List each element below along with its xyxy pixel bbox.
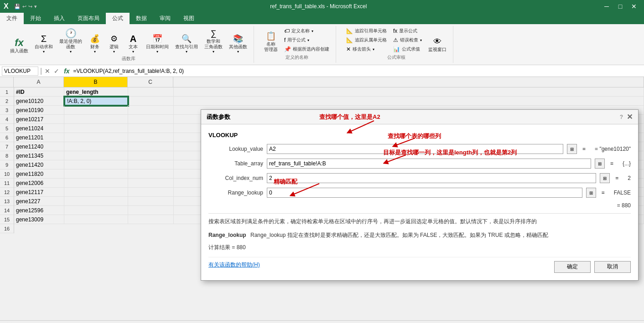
cell-b8[interactable] <box>64 151 128 160</box>
cell-a6[interactable]: gene11201 <box>14 133 64 142</box>
cell-a11[interactable]: gene12006 <box>14 179 64 188</box>
tab-charu[interactable]: 插入 <box>47 13 71 24</box>
cell-b4[interactable] <box>64 115 128 124</box>
finance-btn[interactable]: 💰 财务 ▾ <box>87 32 103 55</box>
row-num-16[interactable]: 16 <box>0 224 14 233</box>
grid-btn-table-array[interactable]: ⊞ <box>595 159 605 169</box>
autosum-btn[interactable]: Σ 自动求和 ▾ <box>33 32 55 55</box>
input-table-array[interactable]: ref_trans_full_table!A:B <box>267 159 591 169</box>
quick-access-redo[interactable]: ↪ <box>28 4 32 10</box>
row-num-15[interactable]: 15 <box>0 215 14 224</box>
row-num-3[interactable]: 3 <box>0 106 14 115</box>
input-col-index[interactable]: 2 <box>267 173 596 183</box>
fx-label[interactable]: fx <box>62 67 71 75</box>
cell-a1[interactable]: #ID <box>14 87 64 97</box>
row-num-5[interactable]: 5 <box>0 124 14 133</box>
cell-b13[interactable] <box>64 197 128 206</box>
quick-access-save[interactable]: 💾 <box>14 4 21 10</box>
col-header-a[interactable]: A <box>14 77 64 87</box>
cell-c1[interactable] <box>128 87 174 97</box>
row-num-1[interactable]: 1 <box>0 87 14 97</box>
cell-c6[interactable] <box>128 133 174 142</box>
insert-function-btn[interactable]: fx 插入函数 <box>8 36 30 55</box>
row-num-13[interactable]: 13 <box>0 197 14 206</box>
input-lookup-value[interactable]: A2 <box>267 144 563 154</box>
cell-c12[interactable] <box>128 188 174 197</box>
watch-window-btn[interactable]: 👁 监视窗口 <box>426 35 448 53</box>
datetime-btn[interactable]: 📅 日期和时间 ▾ <box>144 32 171 55</box>
use-in-formula-btn[interactable]: f 用于公式 ▾ <box>282 36 331 44</box>
remove-arrows-btn[interactable]: ✕ 移去箭头 ▾ <box>344 45 389 53</box>
row-num-9[interactable]: 9 <box>0 160 14 169</box>
cell-a2[interactable]: gene10120 <box>14 97 64 106</box>
cell-b12[interactable] <box>64 188 128 197</box>
lookup-btn[interactable]: 🔍 查找与引用 ▾ <box>173 32 200 55</box>
cell-c9[interactable] <box>128 160 174 169</box>
cancel-button[interactable]: 取消 <box>594 261 631 273</box>
create-from-selection-btn[interactable]: 📌 根据所选内容创建 <box>282 45 331 53</box>
input-range-lookup[interactable]: 0 <box>267 188 582 198</box>
trace-dependents-btn[interactable]: 📐 追踪从属单元格 <box>344 36 389 44</box>
help-link[interactable]: 有关该函数的帮助(H) <box>208 261 260 273</box>
cell-c14[interactable] <box>128 206 174 215</box>
cell-b2[interactable]: !A:B, 2, 0) <box>64 97 128 106</box>
define-name-btn[interactable]: 🏷 定义名称 ▾ <box>282 27 331 35</box>
cell-c15[interactable] <box>128 215 174 224</box>
confirm-icon[interactable]: ✓ <box>53 67 60 75</box>
row-num-2[interactable]: 2 <box>0 97 14 106</box>
cell-a5[interactable]: gene11024 <box>14 124 64 133</box>
cell-c11[interactable] <box>128 179 174 188</box>
grid-btn-lookup-value[interactable]: ⊞ <box>567 144 577 154</box>
cell-c3[interactable] <box>128 106 174 115</box>
cell-b3[interactable] <box>64 106 128 115</box>
cell-a7[interactable]: gene11240 <box>14 142 64 151</box>
cell-c2[interactable] <box>128 97 174 106</box>
cell-a9[interactable]: gene11420 <box>14 160 64 169</box>
quick-access-undo[interactable]: ↩ <box>22 4 26 10</box>
tab-shitu[interactable]: 视图 <box>177 13 201 24</box>
ok-button[interactable]: 确定 <box>554 261 591 273</box>
row-num-8[interactable]: 8 <box>0 151 14 160</box>
cell-a14[interactable]: gene12596 <box>14 206 64 215</box>
cell-a12[interactable]: gene12117 <box>14 188 64 197</box>
dialog-close-button[interactable]: ✕ <box>627 113 633 121</box>
cell-b10[interactable] <box>64 169 128 179</box>
col-header-c[interactable]: C <box>128 77 173 87</box>
cell-c13[interactable] <box>128 197 174 206</box>
grid-btn-col-index[interactable]: ⊞ <box>600 173 610 183</box>
math-btn[interactable]: ∑ 数学和三角函数 ▾ <box>203 27 224 55</box>
other-functions-btn[interactable]: 📚 其他函数 ▾ <box>227 32 249 55</box>
name-box[interactable] <box>2 67 38 76</box>
cell-a15[interactable]: gene13009 <box>14 215 64 224</box>
row-num-11[interactable]: 11 <box>0 179 14 188</box>
cell-b7[interactable] <box>64 142 128 151</box>
dialog-help-icon[interactable]: ? <box>620 114 623 120</box>
eval-formula-btn[interactable]: 📊 公式求值 <box>391 45 424 53</box>
cell-b11[interactable] <box>64 179 128 188</box>
row-num-10[interactable]: 10 <box>0 169 14 179</box>
cell-c10[interactable] <box>128 169 174 179</box>
cell-a4[interactable]: gene10217 <box>14 115 64 124</box>
tab-yemianbuju[interactable]: 页面布局 <box>71 13 106 24</box>
cell-b6[interactable] <box>64 133 128 142</box>
restore-button[interactable]: □ <box>614 2 627 11</box>
tab-kaishi[interactable]: 开始 <box>24 13 47 24</box>
tab-shuju[interactable]: 数据 <box>130 13 153 24</box>
trace-precedents-btn[interactable]: 📐 追踪引用单元格 <box>344 27 389 35</box>
error-check-btn[interactable]: ⚠ 错误检查 ▾ <box>391 36 424 44</box>
row-num-7[interactable]: 7 <box>0 142 14 151</box>
minimize-button[interactable]: ─ <box>600 2 613 11</box>
name-manager-btn[interactable]: 📋 名称管理器 <box>262 30 280 53</box>
cell-a10[interactable]: gene11820 <box>14 169 64 179</box>
row-num-4[interactable]: 4 <box>0 115 14 124</box>
cell-a13[interactable]: gene1227 <box>14 197 64 206</box>
cell-b14[interactable] <box>64 206 128 215</box>
cell-b1[interactable]: gene_length <box>64 87 128 97</box>
formula-input[interactable] <box>73 68 642 74</box>
cell-b5[interactable] <box>64 124 128 133</box>
cell-a8[interactable]: gene11345 <box>14 151 64 160</box>
row-num-12[interactable]: 12 <box>0 188 14 197</box>
cell-c8[interactable] <box>128 151 174 160</box>
logic-btn[interactable]: ⚙ 逻辑 ▾ <box>106 32 122 55</box>
row-num-6[interactable]: 6 <box>0 133 14 142</box>
